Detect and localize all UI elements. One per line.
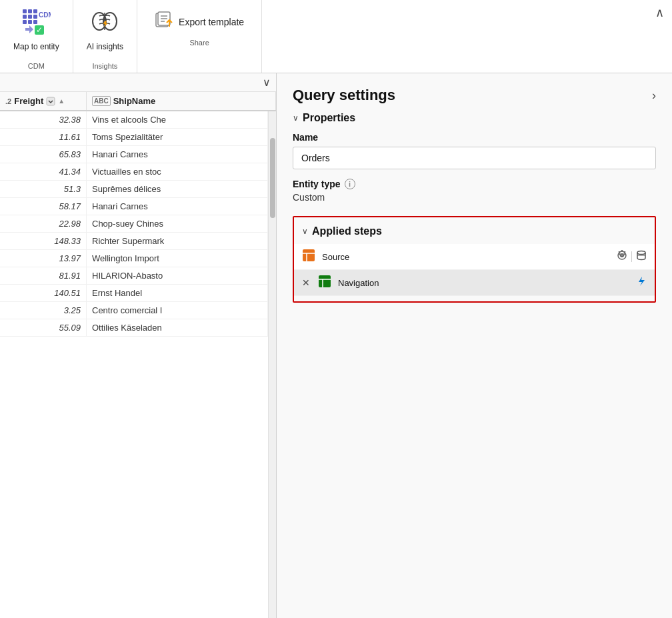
table-row: 65.83Hanari Carnes	[0, 146, 268, 163]
scrollbar[interactable]	[268, 111, 276, 618]
table-row: 55.09Ottilies Käseladen	[0, 319, 268, 337]
cell-freight: 55.09	[0, 319, 87, 336]
freight-sort-arrow: ▲	[58, 97, 65, 105]
cell-shipname: Ottilies Käseladen	[87, 319, 268, 336]
column-header-freight[interactable]: .2 Freight ▲	[0, 92, 87, 110]
svg-rect-4	[28, 15, 32, 19]
cell-freight: 22.98	[0, 215, 87, 232]
svg-rect-2	[33, 9, 37, 13]
source-db-icon[interactable]	[636, 250, 647, 263]
properties-section: ∨ Properties Name Entity type i Custom	[293, 112, 656, 203]
table-row: 22.98Chop-suey Chines	[0, 215, 268, 233]
applied-steps-chevron-icon[interactable]: ∨	[302, 227, 308, 236]
table-row: 3.25Centro comercial I	[0, 302, 268, 319]
cell-freight: 58.17	[0, 198, 87, 215]
main-area: ∨ .2 Freight ▲ ABC ShipName 3	[0, 73, 672, 618]
properties-chevron-icon[interactable]: ∨	[293, 113, 299, 123]
map-to-entity-button[interactable]: CDM ✓ Map to entity	[8, 4, 65, 55]
query-settings-collapse-button[interactable]: ›	[652, 89, 656, 103]
scrollbar-thumb[interactable]	[270, 138, 275, 218]
name-input[interactable]	[293, 147, 656, 169]
applied-steps-header: ∨ Applied steps	[294, 225, 655, 244]
cell-shipname: Suprêmes délices	[87, 181, 268, 197]
svg-rect-1	[28, 9, 32, 13]
insights-group-label: Insights	[92, 62, 117, 73]
share-group-label: Share	[189, 39, 209, 49]
table-row: 13.97Wellington Import	[0, 250, 268, 267]
navigation-delete-button[interactable]: ✕	[302, 277, 310, 288]
step-navigation[interactable]: ✕ Navigation	[294, 270, 655, 296]
left-panel: ∨ .2 Freight ▲ ABC ShipName 3	[0, 73, 277, 618]
svg-rect-3	[23, 15, 27, 19]
action-divider	[631, 251, 632, 262]
query-settings-header: Query settings ›	[277, 73, 672, 112]
export-template-button[interactable]: Export template	[144, 5, 255, 39]
svg-rect-19	[303, 249, 315, 261]
ai-insights-button[interactable]: AI insights	[81, 4, 129, 55]
table-row: 11.61Toms Spezialitäter	[0, 129, 268, 146]
cdm-group-label: CDM	[28, 62, 45, 73]
entity-type-label-row: Entity type i	[293, 179, 656, 189]
step-source[interactable]: Source	[294, 244, 655, 270]
cell-shipname: Victuailles en stoc	[87, 163, 268, 180]
cell-freight: 3.25	[0, 302, 87, 319]
name-field-label: Name	[293, 132, 656, 143]
svg-rect-0	[23, 9, 27, 13]
source-gear-icon[interactable]	[617, 250, 627, 263]
cell-freight: 13.97	[0, 250, 87, 267]
freight-type-icon: .2	[5, 97, 11, 105]
query-settings-body: ∨ Properties Name Entity type i Custom ∨…	[277, 112, 672, 618]
share-label-row: Share	[144, 39, 255, 49]
query-settings-title: Query settings	[293, 87, 395, 104]
entity-type-label: Entity type	[293, 179, 341, 189]
entity-type-info-icon: i	[345, 179, 355, 189]
cell-freight: 140.51	[0, 285, 87, 301]
properties-section-header: ∨ Properties	[293, 112, 656, 124]
cell-freight: 65.83	[0, 146, 87, 163]
cell-shipname: Hanari Carnes	[87, 198, 268, 215]
export-template-label: Export template	[179, 17, 244, 27]
shipname-type-icon: ABC	[92, 96, 111, 106]
cell-shipname: Ernst Handel	[87, 285, 268, 301]
cell-shipname: Centro comercial I	[87, 302, 268, 319]
right-panel: Query settings › ∨ Properties Name Entit…	[277, 73, 672, 618]
svg-rect-18	[47, 97, 55, 105]
ribbon-collapse-button[interactable]: ∧	[647, 0, 672, 25]
applied-steps-section: ∨ Applied steps Source	[293, 216, 656, 303]
svg-rect-26	[319, 275, 331, 287]
cell-shipname: Hanari Carnes	[87, 146, 268, 163]
column-header-shipname[interactable]: ABC ShipName	[87, 92, 276, 110]
svg-text:CDM: CDM	[39, 11, 51, 19]
navigation-step-name: Navigation	[338, 278, 629, 288]
cell-freight: 41.34	[0, 163, 87, 180]
applied-steps-section-title: Applied steps	[312, 225, 382, 237]
cell-freight: 148.33	[0, 233, 87, 249]
map-to-entity-label: Map to entity	[13, 42, 59, 51]
source-step-name: Source	[322, 252, 610, 262]
table-header-row: .2 Freight ▲ ABC ShipName	[0, 92, 276, 111]
cell-freight: 81.91	[0, 267, 87, 284]
cell-shipname: Wellington Import	[87, 250, 268, 267]
table-row: 41.34Victuailles en stoc	[0, 163, 268, 181]
svg-point-23	[621, 254, 623, 257]
navigation-step-actions	[636, 276, 647, 289]
svg-point-24	[637, 251, 645, 255]
ribbon-group-cdm: CDM ✓ Map to entity CDM	[0, 0, 73, 73]
ai-insights-label: AI insights	[87, 42, 123, 51]
panel-header: ∨	[0, 73, 276, 92]
shipname-col-label: ShipName	[113, 96, 156, 106]
table-row: 32.38Vins et alcools Che	[0, 111, 268, 129]
svg-text:✓: ✓	[36, 25, 43, 35]
cell-shipname: Toms Spezialitäter	[87, 129, 268, 145]
table-row: 58.17Hanari Carnes	[0, 198, 268, 215]
freight-dropdown[interactable]	[46, 97, 55, 106]
export-icon	[155, 11, 173, 33]
ribbon-group-share: Export template Share	[137, 0, 262, 73]
cell-shipname: HILARION-Abasto	[87, 267, 268, 284]
entity-type-value: Custom	[293, 192, 656, 203]
svg-rect-7	[28, 20, 32, 24]
cell-shipname: Richter Supermark	[87, 233, 268, 249]
navigation-lightning-icon[interactable]	[636, 276, 647, 289]
panel-collapse-button[interactable]: ∨	[263, 76, 271, 89]
table-row: 51.3Suprêmes délices	[0, 181, 268, 198]
